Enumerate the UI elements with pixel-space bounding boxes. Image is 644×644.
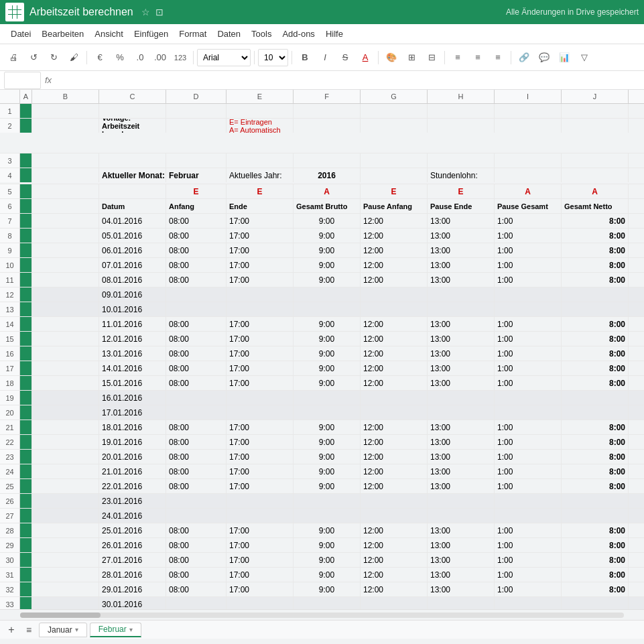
cell-j-18[interactable]: 8:00 <box>562 376 629 390</box>
cell-a-5[interactable] <box>20 184 32 198</box>
cell-f-28[interactable]: 9:00 <box>294 523 361 537</box>
cell-f-33[interactable] <box>294 597 361 609</box>
cell-d-26[interactable] <box>166 494 227 508</box>
cell-h-4[interactable]: Stundenlohn: <box>428 168 495 182</box>
cell-g-26[interactable] <box>361 494 428 508</box>
cell-g-13[interactable] <box>361 302 428 316</box>
cell-h-24[interactable]: 13:00 <box>428 464 495 478</box>
cell-j-14[interactable]: 8:00 <box>562 317 629 331</box>
cell-a-21[interactable] <box>20 420 32 434</box>
cell-c-5[interactable] <box>99 184 166 198</box>
cell-e-26[interactable] <box>227 494 294 508</box>
cell-e-10[interactable]: 17:00 <box>227 258 294 272</box>
menu-datei[interactable]: Datei <box>5 26 36 42</box>
cell-h-2[interactable] <box>428 119 495 133</box>
cell-d-16[interactable]: 08:00 <box>166 346 227 361</box>
cell-c-14[interactable]: 11.01.2016 <box>99 317 166 331</box>
cell-e-18[interactable]: 17:00 <box>227 376 294 390</box>
cell-j-28[interactable]: 8:00 <box>562 523 629 537</box>
cell-i-15[interactable]: 1:00 <box>495 332 562 346</box>
cell-i-21[interactable]: 1:00 <box>495 420 562 434</box>
cell-b-11[interactable] <box>32 273 99 287</box>
cell-b-7[interactable] <box>32 214 99 228</box>
cell-g-11[interactable]: 12:00 <box>361 273 428 287</box>
cell-h-5[interactable]: E <box>428 184 495 198</box>
cell-reference[interactable] <box>4 72 41 89</box>
cell-c-18[interactable]: 15.01.2016 <box>99 376 166 390</box>
cell-h-29[interactable]: 13:00 <box>428 538 495 552</box>
cell-d-25[interactable]: 08:00 <box>166 479 227 493</box>
cell-e-1[interactable] <box>227 104 294 118</box>
cell-h-8[interactable]: 13:00 <box>428 229 495 243</box>
cell-e-8[interactable]: 17:00 <box>227 229 294 243</box>
cell-h-15[interactable]: 13:00 <box>428 332 495 346</box>
cell-h-30[interactable]: 13:00 <box>428 553 495 567</box>
cell-a-7[interactable] <box>20 214 32 228</box>
cell-b-24[interactable] <box>32 464 99 478</box>
cell-c-28[interactable]: 25.01.2016 <box>99 523 166 537</box>
format-123-icon[interactable]: 123 <box>171 48 190 67</box>
cell-h-19[interactable] <box>428 391 495 405</box>
cell-b-10[interactable] <box>32 258 99 272</box>
cell-j-9[interactable]: 8:00 <box>562 243 629 257</box>
cell-h-27[interactable] <box>428 509 495 523</box>
cell-e-12[interactable] <box>227 287 294 302</box>
cell-a-20[interactable] <box>20 405 32 420</box>
menu-addons[interactable]: Add-ons <box>277 26 320 42</box>
cell-j-26[interactable] <box>562 494 629 508</box>
cell-e-30[interactable]: 17:00 <box>227 553 294 567</box>
cell-f-11[interactable]: 9:00 <box>294 273 361 287</box>
cell-e-27[interactable] <box>227 509 294 523</box>
cell-d-31[interactable]: 08:00 <box>166 568 227 582</box>
cell-d-4[interactable]: Februar <box>166 168 227 182</box>
cell-g-23[interactable]: 12:00 <box>361 450 428 464</box>
cell-j-23[interactable]: 8:00 <box>562 450 629 464</box>
cell-b-8[interactable] <box>32 229 99 243</box>
cell-e-21[interactable]: 17:00 <box>227 420 294 434</box>
cell-i-12[interactable] <box>495 287 562 302</box>
cell-d-9[interactable]: 08:00 <box>166 243 227 257</box>
cell-g-18[interactable]: 12:00 <box>361 376 428 390</box>
cell-c-3[interactable] <box>99 153 166 168</box>
cell-f-29[interactable]: 9:00 <box>294 538 361 552</box>
cell-f-30[interactable]: 9:00 <box>294 553 361 567</box>
cell-d-17[interactable]: 08:00 <box>166 361 227 375</box>
cell-f-20[interactable] <box>294 405 361 420</box>
link-icon[interactable]: 🔗 <box>515 48 533 67</box>
cell-j-27[interactable] <box>562 509 629 523</box>
cell-h-16[interactable]: 13:00 <box>428 346 495 361</box>
cell-b-17[interactable] <box>32 361 99 375</box>
cell-i-11[interactable]: 1:00 <box>495 273 562 287</box>
cell-d-32[interactable]: 08:00 <box>166 582 227 596</box>
cell-c-6[interactable]: Datum <box>99 199 166 213</box>
cell-e-9[interactable]: 17:00 <box>227 243 294 257</box>
cell-b-21[interactable] <box>32 420 99 434</box>
cell-j-29[interactable]: 8:00 <box>562 538 629 552</box>
cell-h-14[interactable]: 13:00 <box>428 317 495 331</box>
cell-h-20[interactable] <box>428 405 495 420</box>
cell-a-17[interactable] <box>20 361 32 375</box>
cell-g-7[interactable]: 12:00 <box>361 214 428 228</box>
cell-f-31[interactable]: 9:00 <box>294 568 361 582</box>
cell-i-28[interactable]: 1:00 <box>495 523 562 537</box>
currency-icon[interactable]: € <box>90 48 109 67</box>
cell-a-10[interactable] <box>20 258 32 272</box>
cell-g-19[interactable] <box>361 391 428 405</box>
cell-b-15[interactable] <box>32 332 99 346</box>
cell-i-7[interactable]: 1:00 <box>495 214 562 228</box>
align-right-icon[interactable]: ≡ <box>489 48 507 67</box>
cell-g-6[interactable]: Pause Anfang <box>361 199 428 213</box>
cell-d-20[interactable] <box>166 405 227 420</box>
cell-f-13[interactable] <box>294 302 361 316</box>
cell-c-4[interactable]: Aktueller Monat: <box>99 168 166 182</box>
add-sheet-button[interactable]: + <box>4 623 19 637</box>
cell-a-9[interactable] <box>20 243 32 257</box>
cell-d-14[interactable]: 08:00 <box>166 317 227 331</box>
cell-e-5[interactable]: E <box>227 184 294 198</box>
cell-a-29[interactable] <box>20 538 32 552</box>
cell-g-3[interactable] <box>361 153 428 168</box>
cell-d-2[interactable] <box>166 119 227 133</box>
text-color-icon[interactable]: A <box>356 48 375 67</box>
cell-i-30[interactable]: 1:00 <box>495 553 562 567</box>
cell-i-13[interactable] <box>495 302 562 316</box>
